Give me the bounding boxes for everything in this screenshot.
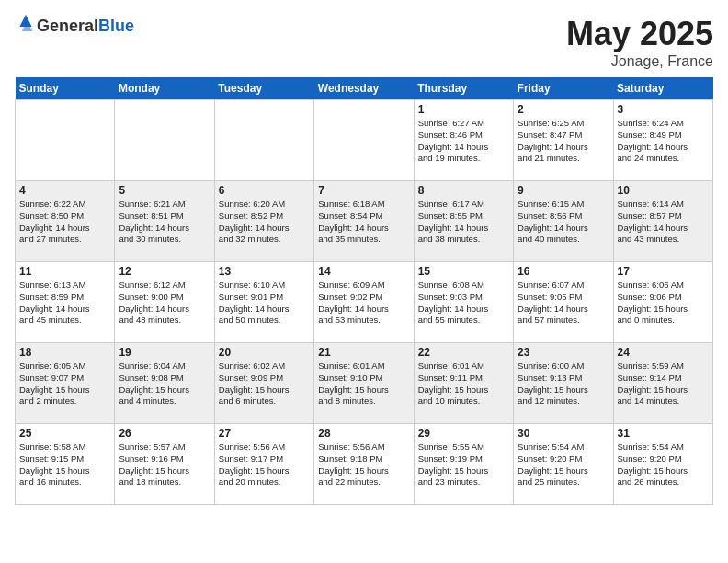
- day-info: and 12 minutes.: [518, 396, 609, 408]
- day-info: Sunset: 9:18 PM: [318, 454, 409, 465]
- day-info: and 32 minutes.: [219, 234, 310, 246]
- day-info: Sunset: 9:00 PM: [119, 292, 210, 304]
- day-info: Daylight: 14 hours: [19, 223, 110, 235]
- day-info: Daylight: 14 hours: [318, 223, 409, 235]
- page-header: GeneralBlue May 2025 Jonage, France: [15, 15, 713, 70]
- day-info: and 18 minutes.: [119, 477, 210, 488]
- day-info: Sunrise: 6:14 AM: [618, 199, 709, 211]
- day-info: Daylight: 14 hours: [618, 223, 709, 235]
- calendar-cell: 4Sunrise: 6:22 AMSunset: 8:50 PMDaylight…: [16, 181, 115, 262]
- day-number: 26: [119, 427, 210, 440]
- calendar-title: May 2025: [566, 15, 713, 53]
- day-info: and 55 minutes.: [418, 315, 509, 327]
- day-number: 28: [318, 427, 409, 440]
- day-info: Sunrise: 5:54 AM: [518, 442, 609, 454]
- day-number: 9: [518, 184, 609, 197]
- day-info: Sunrise: 6:18 AM: [318, 199, 409, 211]
- day-info: Sunrise: 6:08 AM: [418, 280, 509, 292]
- day-info: Sunrise: 5:57 AM: [119, 442, 210, 454]
- day-info: and 24 minutes.: [618, 153, 709, 165]
- weekday-thursday: Thursday: [414, 77, 513, 100]
- day-info: and 14 minutes.: [618, 396, 709, 408]
- day-number: 31: [618, 427, 709, 440]
- day-number: 11: [19, 265, 110, 278]
- calendar-cell: 23Sunrise: 6:00 AMSunset: 9:13 PMDayligh…: [514, 343, 613, 424]
- calendar-cell: [16, 100, 115, 181]
- day-info: Sunset: 8:52 PM: [219, 211, 310, 223]
- day-info: Sunrise: 6:01 AM: [318, 361, 409, 373]
- day-info: Sunset: 9:16 PM: [119, 454, 210, 465]
- day-info: Sunrise: 5:55 AM: [418, 442, 509, 454]
- day-info: Sunrise: 6:24 AM: [618, 118, 709, 130]
- day-info: Daylight: 15 hours: [119, 465, 210, 477]
- calendar-cell: 21Sunrise: 6:01 AMSunset: 9:10 PMDayligh…: [314, 343, 414, 424]
- day-info: Sunset: 9:14 PM: [618, 373, 709, 385]
- day-info: Sunset: 9:13 PM: [518, 373, 609, 385]
- day-info: Sunset: 9:11 PM: [418, 373, 509, 385]
- day-info: Sunset: 8:59 PM: [19, 292, 110, 304]
- day-info: Sunrise: 6:22 AM: [19, 199, 110, 211]
- day-info: and 22 minutes.: [318, 477, 409, 488]
- day-number: 23: [518, 346, 609, 359]
- day-info: Daylight: 15 hours: [19, 465, 110, 477]
- day-info: Sunrise: 6:00 AM: [518, 361, 609, 373]
- day-info: and 23 minutes.: [418, 477, 509, 488]
- calendar-cell: 11Sunrise: 6:13 AMSunset: 8:59 PMDayligh…: [16, 262, 115, 343]
- calendar-cell: [214, 100, 313, 181]
- day-info: Sunset: 8:51 PM: [119, 211, 210, 223]
- day-info: Sunset: 9:02 PM: [318, 292, 409, 304]
- calendar-location: Jonage, France: [566, 53, 713, 70]
- day-info: and 50 minutes.: [219, 315, 310, 327]
- day-info: and 53 minutes.: [318, 315, 409, 327]
- day-number: 14: [318, 265, 409, 278]
- day-info: Daylight: 14 hours: [518, 142, 609, 154]
- day-info: and 40 minutes.: [518, 234, 609, 246]
- calendar-cell: 24Sunrise: 5:59 AMSunset: 9:14 PMDayligh…: [613, 343, 712, 424]
- calendar-cell: 27Sunrise: 5:56 AMSunset: 9:17 PMDayligh…: [214, 424, 313, 505]
- day-info: Daylight: 15 hours: [418, 385, 509, 396]
- day-number: 16: [518, 265, 609, 278]
- day-number: 20: [219, 346, 310, 359]
- logo: GeneralBlue: [15, 15, 134, 37]
- day-info: Sunrise: 6:07 AM: [518, 280, 609, 292]
- day-info: and 48 minutes.: [119, 315, 210, 327]
- day-info: and 10 minutes.: [418, 396, 509, 408]
- day-info: Daylight: 14 hours: [19, 304, 110, 316]
- day-info: Daylight: 15 hours: [318, 385, 409, 396]
- day-info: Sunset: 9:03 PM: [418, 292, 509, 304]
- day-info: Daylight: 14 hours: [518, 223, 609, 235]
- day-info: Daylight: 14 hours: [418, 304, 509, 316]
- day-info: and 8 minutes.: [318, 396, 409, 408]
- logo-text: GeneralBlue: [37, 17, 134, 36]
- day-info: Sunset: 9:19 PM: [418, 454, 509, 465]
- weekday-monday: Monday: [115, 77, 214, 100]
- calendar-cell: 30Sunrise: 5:54 AMSunset: 9:20 PMDayligh…: [514, 424, 613, 505]
- day-info: Daylight: 15 hours: [219, 465, 310, 477]
- calendar-cell: [314, 100, 414, 181]
- day-info: and 16 minutes.: [19, 477, 110, 488]
- weekday-wednesday: Wednesday: [314, 77, 414, 100]
- weekday-friday: Friday: [514, 77, 613, 100]
- day-info: Sunrise: 6:21 AM: [119, 199, 210, 211]
- calendar-cell: 20Sunrise: 6:02 AMSunset: 9:09 PMDayligh…: [214, 343, 313, 424]
- day-number: 6: [219, 184, 310, 197]
- calendar-cell: 19Sunrise: 6:04 AMSunset: 9:08 PMDayligh…: [115, 343, 214, 424]
- day-info: Daylight: 14 hours: [219, 223, 310, 235]
- calendar-cell: 10Sunrise: 6:14 AMSunset: 8:57 PMDayligh…: [613, 181, 712, 262]
- day-number: 12: [119, 265, 210, 278]
- day-number: 8: [418, 184, 509, 197]
- calendar-week-1: 1Sunrise: 6:27 AMSunset: 8:46 PMDaylight…: [16, 100, 713, 181]
- day-info: Sunrise: 6:06 AM: [618, 280, 709, 292]
- calendar-week-2: 4Sunrise: 6:22 AMSunset: 8:50 PMDaylight…: [16, 181, 713, 262]
- calendar-cell: 18Sunrise: 6:05 AMSunset: 9:07 PMDayligh…: [16, 343, 115, 424]
- weekday-saturday: Saturday: [613, 77, 712, 100]
- calendar-cell: 15Sunrise: 6:08 AMSunset: 9:03 PMDayligh…: [414, 262, 513, 343]
- day-info: Daylight: 14 hours: [219, 304, 310, 316]
- calendar-cell: 9Sunrise: 6:15 AMSunset: 8:56 PMDaylight…: [514, 181, 613, 262]
- day-info: Sunset: 9:08 PM: [119, 373, 210, 385]
- weekday-header-row: SundayMondayTuesdayWednesdayThursdayFrid…: [16, 77, 713, 100]
- day-info: and 35 minutes.: [318, 234, 409, 246]
- day-info: Sunrise: 6:20 AM: [219, 199, 310, 211]
- calendar-cell: 5Sunrise: 6:21 AMSunset: 8:51 PMDaylight…: [115, 181, 214, 262]
- day-number: 24: [618, 346, 709, 359]
